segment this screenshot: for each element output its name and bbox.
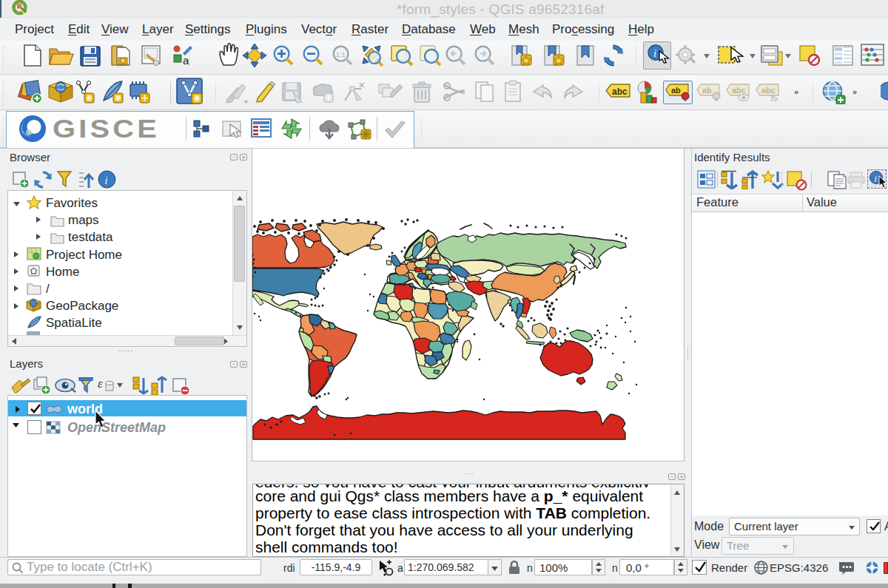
svg-text:i: i [653,47,656,59]
svg-text:ab: ab [702,86,712,95]
svg-text:abc: abc [612,87,628,97]
svg-text:abc: abc [761,86,776,95]
svg-text:i: i [105,175,108,186]
svg-text:1:1: 1:1 [336,51,346,58]
svg-text:abc: abc [732,86,746,95]
svg-text:ε: ε [98,376,103,391]
svg-text:i: i [875,174,877,184]
svg-text:ab: ab [671,86,681,95]
